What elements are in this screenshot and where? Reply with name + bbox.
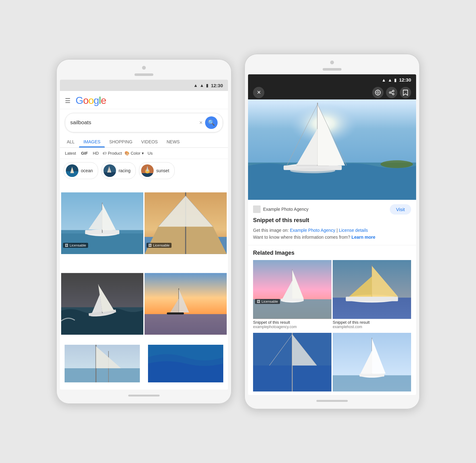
detail-top-bar: ✕ [248,86,416,99]
category-ocean[interactable]: ocean [64,162,98,179]
tag-icon: 🏷 [103,151,107,156]
related-item-4[interactable] [333,333,411,395]
svg-point-48 [377,92,379,93]
detail-meta: Get this image on: Example Photo Agency … [253,227,411,241]
related-title-1: Snippet of this result [253,320,331,325]
close-button[interactable]: ✕ [253,87,264,98]
svg-rect-81 [346,297,398,301]
svg-rect-94 [359,374,384,376]
source-name: Example Photo Agency [263,207,309,212]
grid-item-3[interactable]: Snippet of this result examplehost.com [61,264,143,343]
status-bar-1: ▲ ▲ ▮ 12:30 [60,80,228,91]
detail-hero-image [248,99,416,200]
search-bar[interactable]: sailboats × 🔍 [65,113,223,132]
filter-product[interactable]: 🏷 Product [103,151,122,156]
grid-item-2[interactable]: 🖼 Licensable Snippet of this result exam… [145,184,227,263]
home-bar-1 [128,395,160,396]
svg-point-53 [393,90,394,92]
grid-item-1[interactable]: 🖼 Licensable Snippet of this result exam… [61,184,143,263]
related-caption-1: Snippet of this result examplephotoagenc… [253,319,331,332]
sunset-thumb [141,164,154,177]
logo-g2: g [93,95,99,106]
filter-us[interactable]: Us [146,150,154,156]
svg-rect-35 [145,314,227,335]
detail-title: Snippet of this result [253,217,411,224]
related-caption-3 [253,391,331,395]
share-button[interactable] [386,87,397,98]
related-item-3[interactable] [253,333,331,395]
logo-e: e [101,95,106,106]
tab-news[interactable]: NEWS [162,136,184,147]
status-time-1: 12:30 [211,83,223,88]
related-grid: 🖼 Licensable Snippet of this result exam… [253,260,411,395]
camera-dot-2 [330,61,334,64]
related-badge-1: 🖼 Licensable [255,299,280,304]
svg-point-61 [381,160,413,168]
phone-top-bar-1 [56,65,232,80]
licensable-badge-2: 🖼 Licensable [146,243,172,248]
meta-line-2: Want to know where this information come… [253,234,411,241]
detail-icons-right [372,87,411,98]
svg-point-55 [393,93,394,95]
svg-rect-8 [141,173,154,177]
related-caption-4 [333,391,411,395]
agency-link[interactable]: Example Photo Agency [290,228,336,233]
svg-rect-36 [167,312,184,315]
filter-color[interactable]: 🎨 Color ▾ [124,151,144,156]
phone-2: ▲ ▲ ▮ 12:30 ✕ [244,54,420,410]
status-icons-2: ▲ ▲ ▮ [382,77,397,82]
phone-bottom-2 [316,395,348,402]
related-title-2: Snippet of this result [333,320,411,325]
svg-line-57 [391,93,392,94]
learn-more-link[interactable]: Learn more [352,235,375,240]
hamburger-menu[interactable]: ☰ [65,97,71,104]
search-button[interactable]: 🔍 [205,116,218,129]
svg-line-56 [391,91,392,92]
battery-icon: ▮ [206,83,209,88]
grid-item-6[interactable] [145,345,227,388]
speaker-grille-2 [323,68,341,71]
search-query: sailboats [70,120,197,126]
related-img-3 [253,333,331,392]
filter-hd[interactable]: HD [92,150,100,156]
tab-shopping[interactable]: SHOPPING [105,136,137,147]
filter-gif[interactable]: GIF [80,150,89,156]
grid-item-4[interactable]: Snippet of this result examplehost.com [145,264,227,343]
visit-button[interactable]: Visit [390,204,411,215]
logo-o2: o [88,95,94,106]
category-racing[interactable]: racing [101,162,136,179]
meta-line-1: Get this image on: Example Photo Agency … [253,227,411,234]
status-bar-2: ▲ ▲ ▮ 12:30 [248,74,416,86]
related-item-2[interactable]: Snippet of this result examplehost.com [333,260,411,332]
category-sunset[interactable]: sunset [139,162,174,179]
tab-all[interactable]: ALL [62,136,79,147]
licensable-badge-1: 🖼 Licensable [63,243,88,248]
racing-thumb [103,164,116,177]
bookmark-button[interactable] [400,87,411,98]
lens-button[interactable] [372,87,383,98]
related-title: Related Images [253,250,411,256]
license-link[interactable]: License details [339,228,368,233]
search-tabs: ALL IMAGES SHOPPING VIDEOS NEWS [60,136,228,148]
home-bar-2 [316,400,348,402]
grid-item-5[interactable] [61,345,143,388]
source-logo [253,205,261,213]
tab-videos[interactable]: VIDEOS [137,136,162,147]
related-item-1[interactable]: 🖼 Licensable Snippet of this result exam… [253,260,331,332]
racing-label: racing [119,168,130,173]
clear-button[interactable]: × [199,120,203,126]
related-img-4 [333,333,411,392]
filter-row: Latest GIF HD 🏷 Product 🎨 Color ▾ Us [60,148,228,159]
google-logo: Google [76,95,106,106]
source-row: Example Photo Agency Visit [253,204,411,215]
status-icons-1: ▲ ▲ ▮ [193,83,209,88]
related-img-1: 🖼 Licensable [253,260,331,319]
ocean-label: ocean [81,168,93,173]
detail-info: Example Photo Agency Visit Snippet of th… [248,200,416,246]
filter-latest[interactable]: Latest [64,150,77,156]
logo-o1: o [83,95,88,106]
wifi-icon-2: ▲ [382,77,386,82]
related-section: Related Images [248,245,416,395]
tab-images[interactable]: IMAGES [79,136,105,147]
speaker-grille [135,73,153,76]
